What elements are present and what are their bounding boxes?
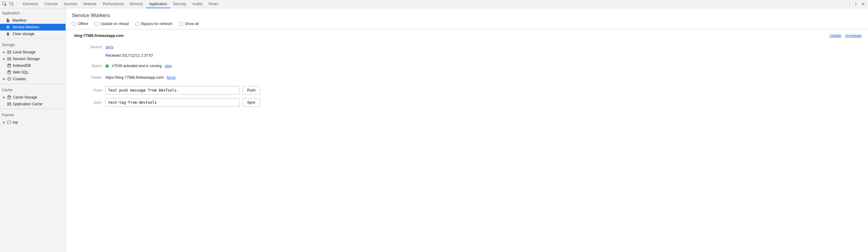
tab-application[interactable]: Application [146,0,170,8]
trash-icon [5,31,10,36]
row-label: Clients [66,75,105,80]
sidebar-section-cache: Cache [0,85,65,94]
svg-rect-13 [7,59,9,60]
row-source-received: Received 2017/12/11 1:37:57 [66,52,868,59]
sidebar-item-frame-top[interactable]: ▶ top [0,119,65,126]
svg-point-16 [8,71,11,72]
svg-rect-2 [12,3,13,6]
push-button[interactable]: Push [243,86,260,94]
checkbox-update-on-reload[interactable]: Update on reload [95,22,129,26]
divider [17,1,18,7]
svg-rect-26 [8,121,11,124]
row-clients: Clients https://blog-77588.firebaseapp.c… [66,73,868,82]
database-icon [7,63,11,68]
svg-point-19 [9,78,10,79]
sw-source-link[interactable]: sw.js [105,45,113,49]
storage-grid-icon [7,50,11,55]
row-push: Push Push [66,85,868,95]
sidebar-item-label: Service Workers [12,25,39,29]
svg-rect-14 [9,59,11,60]
checkbox-bypass-for-network[interactable]: Bypass for network [135,22,173,26]
row-label: Status [66,64,105,68]
sw-origin: blog-77588.firebaseapp.com [74,33,123,38]
kebab-menu-icon[interactable] [852,0,860,8]
service-workers-panel: Service Workers Offline Update on reload… [66,8,868,252]
sidebar-section-frames: Frames [0,110,65,119]
sidebar-item-session-storage[interactable]: ▶ Session Storage [0,56,65,62]
svg-point-21 [8,95,11,97]
svg-rect-25 [9,104,11,106]
tab-sources[interactable]: Sources [61,0,80,8]
tab-security[interactable]: Security [170,0,189,8]
svg-rect-12 [9,57,11,59]
svg-point-6 [7,27,8,28]
sidebar-item-clear-storage[interactable]: Clear storage [0,30,65,37]
sidebar-item-local-storage[interactable]: ▶ Local Storage [0,49,65,56]
tab-memory[interactable]: Memory [127,0,146,8]
sync-button[interactable]: Sync [243,98,260,107]
focus-link[interactable]: focus [167,75,176,80]
tab-audits[interactable]: Audits [189,0,206,8]
push-input[interactable] [105,86,240,94]
sidebar-item-cache-storage[interactable]: ▶ Cache Storage [0,94,65,101]
file-icon [5,18,10,23]
row-label: Sync [66,101,105,105]
sw-status-text: #7039 activated and is running [112,64,161,68]
sw-toolbar: Offline Update on reload Bypass for netw… [66,22,868,29]
svg-point-5 [856,5,856,5]
chevron-right-icon: ▶ [2,96,5,99]
sync-input[interactable] [105,98,240,107]
sidebar-item-indexeddb[interactable]: IndexedDB [0,62,65,69]
tab-network[interactable]: Network [80,0,100,8]
devtools-tabstrip: Elements Console Sources Network Perform… [0,0,868,8]
stop-link[interactable]: stop [164,64,172,68]
sidebar-item-cookies[interactable]: ▶ Cookies [0,76,65,82]
svg-rect-22 [7,103,9,104]
tab-react[interactable]: React [206,0,221,8]
update-link[interactable]: Update [830,33,841,38]
svg-point-17 [8,78,11,81]
svg-rect-7 [7,51,9,52]
svg-rect-10 [9,53,11,54]
unregister-link[interactable]: Unregister [845,33,862,38]
row-label: Source [66,45,105,49]
sidebar-item-manifest[interactable]: Manifest [0,17,65,24]
sidebar-item-application-cache[interactable]: Application Cache [0,101,65,107]
sidebar-item-label: Cache Storage [13,95,37,100]
gear-icon [5,25,10,30]
status-dot-icon [105,64,109,68]
checkbox-label: Offline [78,22,88,26]
row-status: Status #7039 activated and is running st… [66,61,868,71]
checkbox-icon [72,22,76,26]
sw-client-url: https://blog-77588.firebaseapp.com/ [105,75,164,80]
svg-rect-9 [7,53,9,54]
frame-icon [7,120,11,125]
svg-rect-24 [7,104,9,106]
row-source: Source sw.js [66,42,868,52]
svg-point-3 [856,2,856,3]
sidebar-section-application: Application [0,8,65,17]
chevron-right-icon: ▶ [2,78,5,81]
inspect-element-icon[interactable] [1,1,8,7]
tab-elements[interactable]: Elements [20,0,41,8]
tab-console[interactable]: Console [41,0,61,8]
sidebar-item-label: Manifest [12,18,26,23]
sidebar-item-service-workers[interactable]: Service Workers [0,24,65,30]
checkbox-icon [95,22,99,26]
checkbox-icon [135,22,140,26]
tab-performance[interactable]: Performance [100,0,127,8]
checkbox-offline[interactable]: Offline [72,22,88,26]
checkbox-label: Bypass for network [142,22,173,26]
sw-received-text: Received 2017/12/11 1:37:57 [105,53,153,58]
panel-title: Service Workers [66,8,868,22]
chevron-right-icon: ▶ [2,121,5,124]
close-icon[interactable] [860,0,867,8]
sidebar-item-label: Web SQL [13,70,29,75]
checkbox-show-all[interactable]: Show all [179,22,199,26]
svg-point-18 [8,78,9,79]
row-sync: Sync Sync [66,97,868,107]
sidebar-item-web-sql[interactable]: Web SQL [0,69,65,76]
device-toolbar-icon[interactable] [8,1,14,7]
row-label: Push [66,88,105,92]
svg-rect-8 [9,51,11,52]
